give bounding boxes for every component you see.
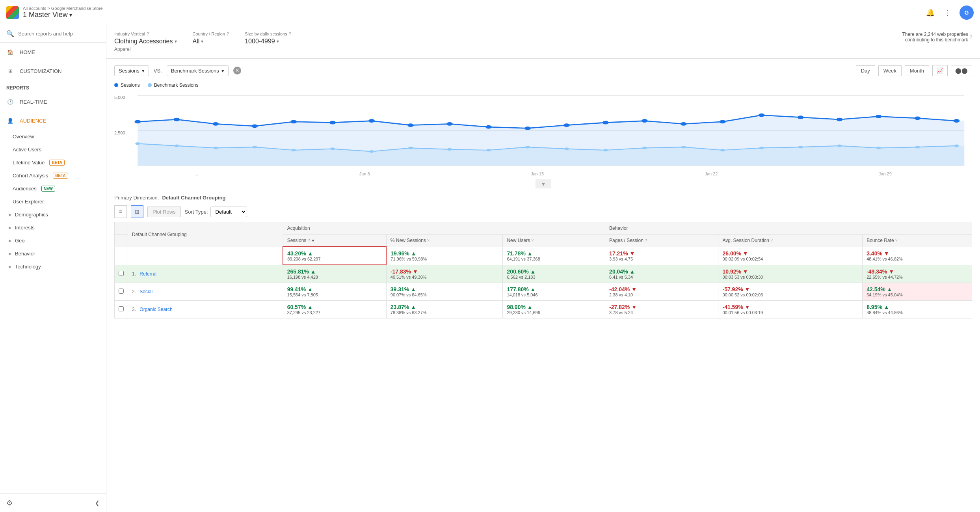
size-value-selector[interactable]: 1000-4999 ▾	[245, 38, 291, 45]
row3-checkbox[interactable]	[119, 306, 124, 311]
table-row: 2. Social 99.41% ▲ 15,564 vs 7,805	[115, 283, 972, 301]
country-value-selector[interactable]: All ▾	[193, 38, 229, 45]
svg-point-23	[837, 118, 843, 121]
notification-bell-icon[interactable]: 🔔	[925, 7, 936, 18]
sidebar-item-customization[interactable]: ⊞ CUSTOMIZATION	[0, 61, 106, 80]
sessions-info-icon[interactable]: ?	[308, 238, 310, 243]
table-row: 1. Referral 265.81% ▲ 16,198 vs 4,428	[115, 265, 972, 283]
row2-checkbox-cell[interactable]	[115, 283, 128, 301]
svg-point-38	[564, 147, 569, 150]
sidebar-item-behavior[interactable]: ▶ Behavior	[0, 247, 106, 260]
bounce-rate-info-icon[interactable]: ?	[895, 238, 898, 243]
line-chart-button[interactable]: 📈	[932, 65, 948, 76]
main-content: Industry Vertical ? Clothing Accessories…	[106, 25, 980, 512]
sidebar-item-lifetime-value[interactable]: Lifetime Value BETA	[0, 156, 106, 169]
list-view-button[interactable]: ≡	[114, 205, 127, 218]
new-users-info-icon[interactable]: ?	[531, 238, 534, 243]
sidebar-item-overview[interactable]: Overview	[0, 130, 106, 143]
col-avg-session-header[interactable]: Avg. Session Duration ?	[718, 235, 863, 247]
sidebar-item-user-explorer[interactable]: User Explorer	[0, 195, 106, 208]
col-bounce-rate-header[interactable]: Bounce Rate ?	[863, 235, 972, 247]
totals-avg-session-cell: 26.00% ▼ 00:02:09 vs 00:02:54	[718, 247, 863, 265]
row1-checkbox[interactable]	[119, 271, 124, 276]
industry-value-selector[interactable]: Clothing Accessories ▾	[114, 38, 177, 45]
country-help-icon[interactable]: ?	[227, 32, 229, 36]
scroll-down-icon[interactable]: ▾	[536, 179, 551, 188]
row1-sessions-up-icon: ▲	[311, 268, 316, 275]
row1-checkbox-cell[interactable]	[115, 265, 128, 283]
row3-checkbox-cell[interactable]	[115, 301, 128, 318]
row2-link[interactable]: Social	[139, 289, 152, 294]
home-icon: 🏠	[6, 48, 14, 56]
search-bar[interactable]: 🔍	[0, 25, 106, 43]
sidebar-item-geo[interactable]: ▶ Geo	[0, 234, 106, 247]
benchmark-metric-selector[interactable]: Benchmark Sessions ▾	[167, 65, 229, 76]
row1-sessions-cell: 265.81% ▲ 16,198 vs 4,428	[283, 265, 386, 283]
week-button[interactable]: Week	[878, 65, 902, 76]
svg-point-41	[681, 146, 686, 149]
bar-chart-button[interactable]: ⬤⬤	[951, 65, 972, 76]
row1-pages-val: 20.04% ▲	[609, 268, 714, 275]
benchmark-arrow-icon: ▾	[221, 68, 224, 74]
totals-row: 43.20% ▲ 89,208 vs 62,297 19.96% ▲ 71.96…	[115, 247, 972, 265]
avg-session-info-icon[interactable]: ?	[770, 238, 773, 243]
day-button[interactable]: Day	[856, 65, 875, 76]
col-sessions-header[interactable]: Sessions ? ▼	[283, 235, 386, 247]
sidebar-item-cohort-analysis[interactable]: Cohort Analysis BETA	[0, 169, 106, 182]
gear-icon: ⚙	[6, 499, 13, 507]
sidebar-item-technology[interactable]: ▶ Technology	[0, 260, 106, 273]
clear-benchmark-button[interactable]: ✕	[233, 67, 241, 74]
col-pct-new-header[interactable]: % New Sessions ?	[386, 235, 503, 247]
svg-point-19	[681, 122, 687, 126]
col-acquisition-header: Acquisition	[283, 222, 605, 235]
row2-pct-new-cell: 39.31% ▲ 90.07% vs 64.65%	[386, 283, 503, 301]
sort-type-dropdown[interactable]: Default Weighted	[210, 207, 247, 217]
row3-name-cell: 3. Organic Search	[128, 301, 283, 318]
svg-point-30	[252, 146, 257, 149]
plot-rows-button[interactable]: Plot Rows	[147, 207, 181, 217]
row3-bounce-sub: 48.84% vs 44.86%	[867, 310, 968, 315]
more-options-icon[interactable]: ⋮	[942, 7, 953, 18]
sidebar-item-audience[interactable]: 👤 AUDIENCE	[0, 111, 106, 130]
master-view-selector[interactable]: 1 Master View ▾	[23, 11, 103, 19]
sidebar-item-active-users[interactable]: Active Users	[0, 143, 106, 156]
grid-view-button[interactable]: ⊞	[131, 205, 143, 218]
avatar[interactable]: G	[960, 6, 974, 20]
country-region-filter: Country / Region ? All ▾	[193, 32, 229, 45]
sidebar-item-realtime[interactable]: 🕐 REAL-TIME	[0, 92, 106, 111]
row3-pct-new-sub: 78.38% vs 63.27%	[391, 310, 499, 315]
sidebar-item-demographics[interactable]: ▶ Demographics	[0, 208, 106, 221]
sidebar-item-interests[interactable]: ▶ Interests	[0, 221, 106, 234]
pages-info-icon[interactable]: ?	[645, 238, 647, 243]
data-table: Default Channel Grouping Acquisition Beh…	[114, 222, 972, 318]
svg-point-31	[291, 149, 296, 152]
sessions-metric-selector[interactable]: Sessions ▾	[114, 65, 149, 76]
row3-link[interactable]: Organic Search	[139, 307, 172, 312]
beta-badge-cohort: BETA	[53, 173, 68, 179]
primary-dimension-value: Default Channel Grouping	[162, 195, 225, 201]
svg-point-5	[134, 120, 141, 123]
row1-avg-session-val: 10.92% ▼	[722, 268, 858, 275]
month-button[interactable]: Month	[905, 65, 929, 76]
sessions-legend-dot	[114, 83, 118, 87]
search-input[interactable]	[18, 31, 100, 37]
industry-sub: Apparel	[114, 47, 177, 52]
pct-new-info-icon[interactable]: ?	[427, 238, 430, 243]
svg-point-13	[446, 122, 453, 126]
col-behavior-header: Behavior	[605, 222, 972, 235]
col-pages-header[interactable]: Pages / Session ?	[605, 235, 718, 247]
industry-help-icon[interactable]: ?	[147, 32, 149, 36]
benchmark-legend: Benchmark Sessions	[148, 82, 199, 88]
sidebar-item-audiences[interactable]: Audiences NEW	[0, 182, 106, 195]
sidebar-item-home[interactable]: 🏠 HOME	[0, 43, 106, 61]
row3-pages-cell: -27.82% ▼ 3.78 vs 5.24	[605, 301, 718, 318]
sidebar-settings[interactable]: ⚙ ❮	[0, 493, 106, 512]
svg-point-10	[329, 121, 336, 125]
benchmark-help-icon[interactable]: ?	[970, 35, 972, 39]
home-label: HOME	[20, 49, 35, 55]
row1-link[interactable]: Referral	[139, 271, 156, 277]
size-help-icon[interactable]: ?	[289, 32, 291, 36]
row1-pct-new-sub: 40.51% vs 49.30%	[391, 275, 499, 279]
col-new-users-header[interactable]: New Users ?	[503, 235, 605, 247]
row2-checkbox[interactable]	[119, 289, 124, 294]
